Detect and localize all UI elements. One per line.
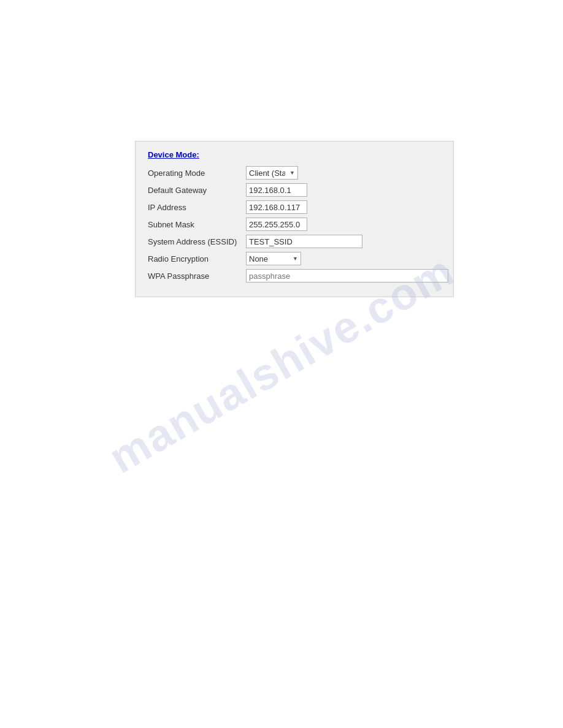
radio-encryption-select-wrapper: None WEP WPA WPA2 — [246, 252, 301, 265]
default-gateway-control — [246, 183, 441, 197]
operating-mode-row: Operating Mode Client (Station) Access P… — [148, 165, 441, 180]
ip-address-input[interactable] — [246, 200, 307, 214]
radio-encryption-row: Radio Encryption None WEP WPA WPA2 — [148, 251, 441, 266]
operating-mode-control: Client (Station) Access Point Bridge — [246, 166, 441, 180]
wpa-passphrase-label: WPA Passphrase — [148, 271, 246, 281]
default-gateway-input[interactable] — [246, 183, 307, 197]
operating-mode-select[interactable]: Client (Station) Access Point Bridge — [246, 166, 298, 180]
system-address-input[interactable] — [246, 235, 362, 248]
operating-mode-label: Operating Mode — [148, 169, 246, 178]
default-gateway-label: Default Gateway — [148, 186, 246, 195]
system-address-row: System Address (ESSID) — [148, 234, 441, 249]
system-address-control — [246, 235, 441, 248]
radio-encryption-control: None WEP WPA WPA2 — [246, 252, 441, 265]
subnet-mask-control — [246, 218, 441, 231]
main-container: Device Mode: Operating Mode Client (Stat… — [0, 0, 563, 297]
device-mode-panel: Device Mode: Operating Mode Client (Stat… — [135, 141, 454, 297]
ip-address-row: IP Address — [148, 200, 441, 214]
operating-mode-select-wrapper: Client (Station) Access Point Bridge — [246, 166, 298, 180]
radio-encryption-select[interactable]: None WEP WPA WPA2 — [246, 252, 301, 265]
system-address-label: System Address (ESSID) — [148, 237, 246, 246]
wpa-passphrase-row: WPA Passphrase — [148, 268, 441, 283]
ip-address-label: IP Address — [148, 203, 246, 212]
panel-title: Device Mode: — [148, 150, 441, 159]
subnet-mask-label: Subnet Mask — [148, 220, 246, 229]
default-gateway-row: Default Gateway — [148, 183, 441, 197]
subnet-mask-input[interactable] — [246, 218, 307, 231]
wpa-passphrase-control — [246, 269, 448, 282]
radio-encryption-label: Radio Encryption — [148, 254, 246, 264]
subnet-mask-row: Subnet Mask — [148, 217, 441, 232]
wpa-passphrase-input[interactable] — [246, 269, 448, 282]
ip-address-control — [246, 200, 441, 214]
